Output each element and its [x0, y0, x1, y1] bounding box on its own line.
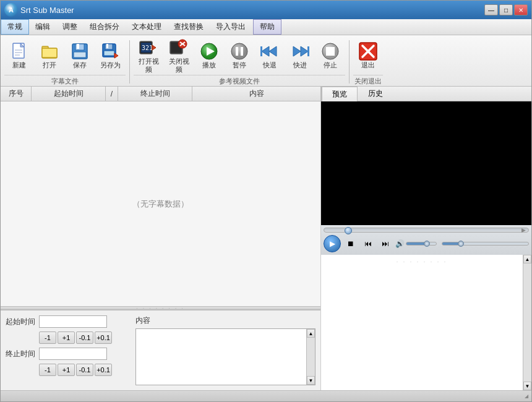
start-minus1-button[interactable]: -1 — [39, 331, 56, 344]
menu-item-help[interactable]: 帮助 — [253, 19, 281, 35]
start-minus01-button[interactable]: -0.1 — [76, 331, 93, 344]
stop-button[interactable]: 停止 — [315, 38, 345, 74]
content-edit-box: ▲ ▼ — [135, 328, 315, 385]
start-time-label: 起始时间 — [6, 317, 35, 327]
position-track[interactable] — [442, 242, 529, 246]
main-window: A Srt Sub Master — □ ✕ 常规 编辑 调整 组合拆分 文本处… — [0, 0, 532, 402]
open-icon — [40, 41, 59, 61]
rewind-label: 快退 — [263, 61, 277, 69]
col-slash: / — [106, 87, 118, 101]
open-button[interactable]: 打开 — [35, 38, 64, 74]
end-plus01-button[interactable]: +0.1 — [95, 364, 112, 376]
video-prev-frame[interactable]: ⏮ — [361, 236, 375, 251]
pause-label: 暂停 — [233, 61, 246, 69]
new-icon — [9, 41, 29, 61]
save-label: 保存 — [73, 61, 87, 69]
minimize-button[interactable]: — — [484, 4, 498, 15]
close-video-button[interactable]: 关闭视频 — [164, 38, 194, 74]
toolbar-video-group: 321 打开视频 — [134, 38, 345, 86]
rewind-icon — [260, 41, 280, 61]
content-textarea[interactable] — [136, 329, 306, 385]
end-time-buttons: -1 +1 -0.1 +0.1 — [39, 364, 129, 376]
saveas-button[interactable]: 另存为 — [95, 38, 125, 74]
new-button[interactable]: 新建 — [4, 38, 34, 74]
subtitle-group-label: 字幕文件 — [4, 75, 126, 86]
close-video-label: 关闭视频 — [166, 58, 192, 74]
preview-text-wrapper: · · · · · · · · ▲ ▼ — [321, 255, 531, 390]
menu-item-adjust[interactable]: 调整 — [56, 19, 84, 35]
edit-panel: 起始时间 -1 +1 -0.1 +0.1 终止时间 — [1, 310, 320, 390]
window-controls: — □ ✕ — [484, 4, 528, 15]
end-plus1-button[interactable]: +1 — [58, 364, 75, 376]
save-icon — [70, 41, 90, 61]
scroll-up-arrow[interactable]: ▲ — [307, 329, 315, 338]
rewind-button[interactable]: 快退 — [255, 38, 285, 74]
saveas-label: 另存为 — [100, 61, 121, 69]
column-headers: 序号 起始时间 / 终止时间 内容 预览 历史 — [1, 87, 531, 101]
svg-rect-33 — [260, 46, 262, 56]
video-stop-button[interactable]: ⏹ — [343, 236, 358, 251]
title-bar: A Srt Sub Master — □ ✕ — [1, 1, 531, 19]
start-plus01-button[interactable]: +0.1 — [95, 331, 112, 344]
menu-item-import-export[interactable]: 导入导出 — [210, 19, 252, 35]
forward-button[interactable]: 快进 — [285, 38, 315, 74]
scroll-down-arrow[interactable]: ▼ — [307, 376, 315, 385]
svg-marker-31 — [262, 46, 269, 56]
end-time-label: 终止时间 — [6, 349, 35, 359]
preview-scroll-up[interactable]: ▲ — [523, 255, 531, 263]
stop-label: 停止 — [324, 61, 337, 69]
tab-preview[interactable]: 预览 — [322, 87, 358, 102]
menu-item-text-process[interactable]: 文本处理 — [126, 19, 168, 35]
video-progress-thumb[interactable] — [345, 227, 352, 234]
new-label: 新建 — [12, 61, 26, 69]
volume-control: 🔊 — [395, 239, 437, 248]
tab-history[interactable]: 历史 — [358, 87, 393, 101]
start-time-buttons: -1 +1 -0.1 +0.1 — [39, 331, 129, 344]
video-progress-track[interactable]: ▶ — [324, 228, 529, 233]
content-area: 序号 起始时间 / 终止时间 内容 预览 历史 （无字幕数据） · · · · … — [1, 87, 531, 390]
end-minus01-button[interactable]: -0.1 — [76, 364, 93, 376]
svg-rect-7 — [42, 48, 57, 58]
video-buttons: 321 打开视频 — [134, 38, 345, 74]
save-button[interactable]: 保存 — [65, 38, 95, 74]
svg-rect-15 — [104, 51, 114, 56]
play-button[interactable]: 播放 — [194, 38, 224, 74]
content-scrollbar[interactable]: ▲ ▼ — [306, 329, 315, 385]
preview-scrollbar[interactable]: ▲ ▼ — [523, 255, 531, 390]
preview-text-area: · · · · · · · · — [321, 255, 523, 390]
col-content: 内容 — [192, 87, 321, 101]
menu-item-group-split[interactable]: 组合拆分 — [84, 19, 126, 35]
resize-grip[interactable]: ◢ — [525, 393, 529, 399]
start-time-input[interactable] — [39, 315, 107, 328]
video-next-frame[interactable]: ⏭ — [378, 236, 393, 251]
col-end: 终止时间 — [118, 87, 192, 101]
open-video-button[interactable]: 321 打开视频 — [134, 38, 163, 74]
start-plus1-button[interactable]: +1 — [58, 331, 75, 344]
menu-bar: 常规 编辑 调整 组合拆分 文本处理 查找替换 导入导出 帮助 — [1, 19, 531, 35]
video-play-button[interactable]: ▶ — [324, 235, 341, 252]
forward-icon — [290, 41, 310, 61]
control-row: ▶ ⏹ ⏮ ⏭ 🔊 — [324, 235, 529, 252]
volume-track[interactable] — [406, 242, 437, 246]
toolbar-close-group: 退出 关闭退出 — [353, 38, 383, 86]
end-time-input[interactable] — [39, 348, 107, 360]
right-panel: ▶ ▶ ⏹ ⏮ ⏭ 🔊 — [321, 101, 531, 390]
scroll-track — [307, 338, 315, 376]
svg-marker-16 — [114, 53, 118, 58]
exit-label: 退出 — [361, 61, 375, 69]
menu-item-normal[interactable]: 常规 — [1, 19, 29, 35]
menu-item-find-replace[interactable]: 查找替换 — [168, 19, 210, 35]
position-thumb[interactable] — [458, 241, 464, 247]
maximize-button[interactable]: □ — [499, 4, 513, 15]
exit-button[interactable]: 退出 — [353, 38, 383, 74]
close-button[interactable]: ✕ — [514, 4, 528, 15]
volume-thumb[interactable] — [424, 241, 430, 247]
window-title: Srt Sub Master — [20, 6, 74, 15]
end-minus1-button[interactable]: -1 — [39, 364, 56, 376]
menu-item-edit[interactable]: 编辑 — [29, 19, 56, 35]
preview-scroll-down[interactable]: ▼ — [523, 382, 531, 390]
play-icon — [199, 41, 219, 61]
pause-button[interactable]: 暂停 — [225, 38, 254, 74]
toolbar-separator-1 — [129, 40, 130, 83]
toolbar-buttons-row: 新建 打开 — [1, 35, 531, 86]
